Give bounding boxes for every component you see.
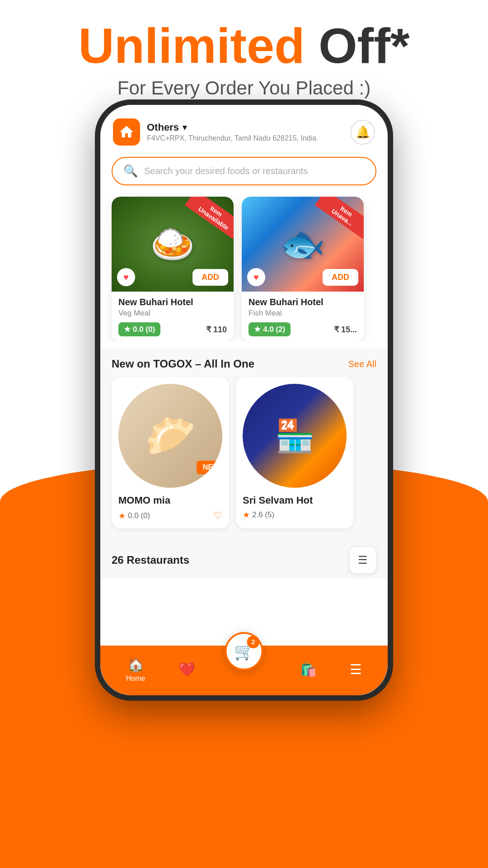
restaurant-name-card-1: MOMO mia [118,495,222,506]
menu-nav-icon: ☰ [350,661,362,677]
star-icon-r1: ★ [118,511,126,521]
rating-value-2: 4.0 (2) [263,325,285,334]
togox-section: New on TOGOX – All In One See All 🥟 NEW [100,349,388,538]
restaurant-img-container-1: 🥟 NEW [118,384,222,488]
meal-type-1: Veg Meal [118,309,227,318]
app-header: Others ▾ F4VC+RPX, Thiruchendur, Tamil N… [100,105,388,152]
restaurant-emoji-2: 🏪 [275,417,314,454]
cart-badge: 2 [247,636,260,648]
header-location[interactable]: Others ▾ F4VC+RPX, Thiruchendur, Tamil N… [140,122,350,142]
search-bar[interactable]: 🔍 Search your desired foods or restauran… [112,157,376,185]
add-to-cart-button-1[interactable]: ADD [192,269,228,286]
bag-nav-icon: 🛍️ [300,661,317,677]
restaurant-card-1[interactable]: 🥟 NEW MOMO mia ★ 0.0 (0) ♡ [112,377,229,528]
chevron-down-icon: ▾ [183,123,187,132]
wishlist-icon-1[interactable]: ♡ [213,510,222,522]
star-icon-1: ★ [124,325,131,334]
food-card-actions-2: ♥ ADD [247,268,358,286]
section-header: New on TOGOX – All In One See All [100,358,388,377]
location-address: F4VC+RPX, Thiruchendur, Tamil Nadu 62821… [147,134,350,142]
cart-button-container: 🛒 2 [225,632,263,670]
restaurant-img-container-2: 🏪 [243,384,347,488]
food-emoji-2: 🐟 [280,223,325,265]
hero-title: Unlimited Off* [23,18,465,73]
search-icon: 🔍 [123,164,138,178]
wishlist-button-2[interactable]: ♥ [247,268,265,286]
heart-nav-icon: ❤️ [178,661,195,677]
hero-section: Unlimited Off* For Every Order You Place… [0,0,488,108]
star-icon-r2: ★ [243,510,250,520]
app-logo [113,118,140,146]
restaurant-rating-2: ★ 2.6 (5) [243,510,274,520]
restaurants-count: 26 Restaurants [112,554,189,566]
restaurant-meta-1: ★ 0.0 (0) ♡ [118,510,222,522]
price-2: ₹ 15... [334,325,357,335]
food-card-info-1: New Buhari Hotel Veg Meal ★ 0.0 (0) ₹ 11… [112,292,234,342]
hero-title-dark: Off* [319,18,410,73]
togox-section-title: New on TOGOX – All In One [112,358,254,370]
food-card-2[interactable]: 🐟 ItemUnava... ♥ ADD [242,197,364,342]
restaurants-count-section: 26 Restaurants ☰ [100,538,388,578]
restaurant-name-card-2: Sri Selvam Hot [243,495,347,506]
food-card-image-2: 🐟 ItemUnava... ♥ ADD [242,197,364,292]
food-card-actions-1: ♥ ADD [117,268,228,286]
notification-bell-button[interactable]: 🔔 [350,120,375,145]
rating-text-r2: 2.6 (5) [252,510,274,519]
restaurant-name-1: New Buhari Hotel [118,297,227,307]
search-input[interactable]: Search your desired foods or restaurants [144,166,308,176]
nav-menu[interactable]: ☰ [350,661,362,677]
restaurant-meta-2: ★ 2.6 (5) [243,510,347,520]
restaurant-rating-1: ★ 0.0 (0) [118,511,150,521]
hero-title-orange: Unlimited [78,18,305,73]
food-cards-row: 🍛 ItemUnavailable ♥ ADD [100,197,388,342]
rating-badge-2: ★ 4.0 (2) [249,322,291,336]
nav-orders[interactable]: 🛍️ [300,661,317,677]
rating-value-1: 0.0 (0) [133,325,155,334]
food-cards-section: 🍛 ItemUnavailable ♥ ADD [100,192,388,349]
phone-screen: Others ▾ F4VC+RPX, Thiruchendur, Tamil N… [100,105,388,695]
food-emoji-1: 🍛 [150,223,195,265]
restaurant-name-2: New Buhari Hotel [249,297,357,307]
phone-mockup: Others ▾ F4VC+RPX, Thiruchendur, Tamil N… [95,99,393,701]
filter-button[interactable]: ☰ [349,547,376,574]
food-card[interactable]: 🍛 ItemUnavailable ♥ ADD [112,197,234,342]
food-card-meta-1: ★ 0.0 (0) ₹ 110 [118,322,227,336]
food-card-image-1: 🍛 ItemUnavailable ♥ ADD [112,197,234,292]
star-icon-2: ★ [254,325,261,334]
add-to-cart-button-2[interactable]: ADD [323,269,358,286]
meal-type-2: Fish Meal [249,309,357,318]
food-card-meta-2: ★ 4.0 (2) ₹ 15... [249,322,357,336]
restaurant-emoji-1: 🥟 [145,412,196,460]
home-nav-icon: 🏠 [127,656,144,672]
food-card-info-2: New Buhari Hotel Fish Meal ★ 4.0 (2) ₹ 1… [242,292,364,342]
price-1: ₹ 110 [206,325,227,335]
rating-text-r1: 0.0 (0) [128,511,150,520]
cart-button[interactable]: 🛒 2 [225,632,263,670]
home-nav-label: Home [126,675,145,683]
page-background: Unlimited Off* For Every Order You Place… [0,0,488,868]
new-badge-1: NEW [197,461,222,474]
home-icon [118,124,135,140]
see-all-button[interactable]: See All [348,359,376,369]
location-label: Others ▾ [147,122,350,133]
restaurant-card-2[interactable]: 🏪 Sri Selvam Hot ★ 2.6 (5) [236,377,353,528]
rating-badge-1: ★ 0.0 (0) [118,322,160,336]
restaurant-cards-row: 🥟 NEW MOMO mia ★ 0.0 (0) ♡ [100,377,388,538]
wishlist-button-1[interactable]: ♥ [117,268,135,286]
nav-home[interactable]: 🏠 Home [126,656,145,683]
restaurant-image-2: 🏪 [243,384,347,488]
hero-subtitle: For Every Order You Placed :) [23,77,465,99]
phone-frame: Others ▾ F4VC+RPX, Thiruchendur, Tamil N… [95,99,393,701]
nav-wishlist[interactable]: ❤️ [178,661,195,677]
search-container: 🔍 Search your desired foods or restauran… [100,152,388,192]
